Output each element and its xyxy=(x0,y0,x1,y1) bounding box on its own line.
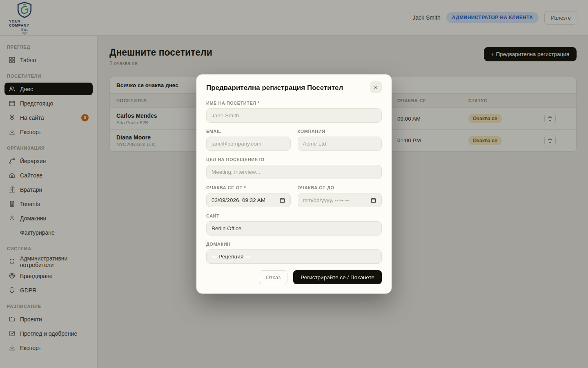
expected-to-label: ОЧАКВА СЕ ДО xyxy=(298,185,382,190)
expected-from-label: ОЧАКВА СЕ ОТ * xyxy=(206,185,291,190)
site-label: САЙТ xyxy=(206,213,382,218)
calendar-icon[interactable] xyxy=(279,197,285,203)
visitor-name-input[interactable] xyxy=(206,108,382,123)
expected-to-input[interactable]: mm/dd/yyyy, --:-- -- xyxy=(298,193,382,207)
submit-button[interactable]: Регистрирайте се / Поканете xyxy=(293,270,382,284)
host-select[interactable]: — Рецепция — xyxy=(206,249,382,264)
purpose-label: ЦЕЛ НА ПОСЕЩЕНИЕТО xyxy=(206,157,382,162)
calendar-icon[interactable] xyxy=(370,197,376,203)
company-input[interactable] xyxy=(298,137,382,151)
close-button[interactable]: × xyxy=(370,81,382,93)
expected-from-input[interactable]: 03/09/2026, 09:32 AM xyxy=(206,193,291,207)
modal-title: Предварителна регистрация Посетител xyxy=(206,81,343,92)
close-icon: × xyxy=(374,84,378,90)
visitor-name-label: ИМЕ НА ПОСЕТИТЕЛ * xyxy=(206,101,382,105)
cancel-button[interactable]: Отказ xyxy=(259,270,287,284)
company-label: КОМПАНИЯ xyxy=(298,129,382,134)
purpose-input[interactable] xyxy=(206,165,382,179)
email-input[interactable] xyxy=(206,137,291,151)
host-label: ДОМАКИН xyxy=(206,242,382,247)
preregistration-modal: Предварителна регистрация Посетител × ИМ… xyxy=(196,74,392,294)
site-select[interactable]: Berlin Office xyxy=(206,221,382,236)
email-label: EMAIL xyxy=(206,129,291,134)
